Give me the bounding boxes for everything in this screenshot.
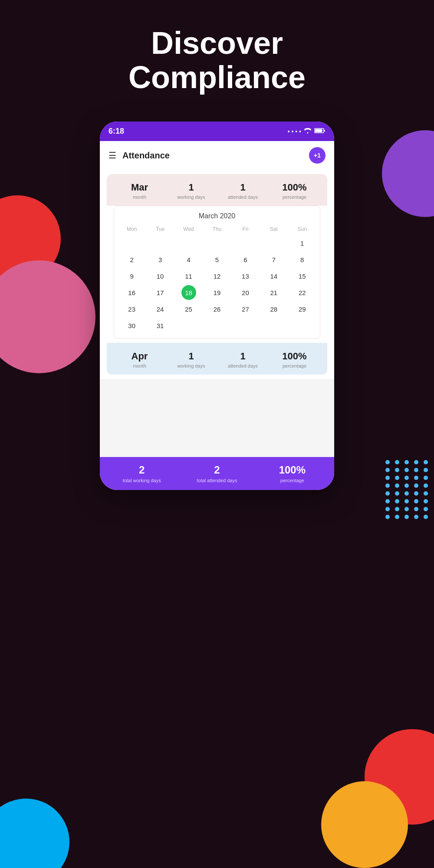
calendar-day-cell[interactable]: 22 <box>295 285 309 300</box>
calendar-day-cell[interactable]: 7 <box>266 252 281 267</box>
header-left: ☰ Attendance <box>108 150 170 161</box>
menu-icon[interactable]: ☰ <box>108 150 116 161</box>
calendar-day-cell[interactable]: 21 <box>266 285 281 300</box>
calendar-day-cell[interactable]: 6 <box>238 252 253 267</box>
calendar-day-cell[interactable]: 14 <box>266 269 281 283</box>
user-avatar-button[interactable]: +1 <box>309 147 326 164</box>
calendar-day-cell[interactable]: 20 <box>238 285 253 300</box>
calendar-day-cell <box>238 318 253 333</box>
calendar-day-cell[interactable]: 3 <box>153 252 168 267</box>
calendar-day-cell <box>181 236 196 250</box>
calendar-day-cell[interactable]: 4 <box>181 252 196 267</box>
calendar-day-cell[interactable]: 18 <box>181 285 196 300</box>
total-percentage-label: percentage <box>255 478 330 483</box>
calendar-day-cell[interactable]: 27 <box>238 302 253 316</box>
mar-month-label: month <box>114 194 165 200</box>
apr-month-col: Apr month <box>114 351 165 368</box>
calendar-day-cell[interactable]: 11 <box>181 269 196 283</box>
total-working-days-label: total working days <box>104 478 179 483</box>
calendar-day-cell <box>181 318 196 333</box>
calendar-day-cell[interactable]: 13 <box>238 269 253 283</box>
apr-percentage-col: 100% percentage <box>269 351 320 368</box>
calendar-day-header: Wed <box>174 224 203 235</box>
calendar-day-header: Sat <box>260 224 288 235</box>
mar-attended-days-value: 1 <box>217 182 269 193</box>
mar-month-value: Mar <box>114 182 165 193</box>
calendar-day-cell[interactable]: 31 <box>153 318 168 333</box>
svg-rect-1 <box>315 129 322 132</box>
apr-percentage-label: percentage <box>269 363 320 368</box>
calendar-day-header: Tue <box>146 224 174 235</box>
calendar-day-header: Sun <box>288 224 316 235</box>
bottom-summary-bar: 2 total working days 2 total attended da… <box>100 457 334 490</box>
mar-percentage-value: 100% <box>269 182 320 193</box>
calendar-day-cell[interactable]: 23 <box>125 302 139 316</box>
apr-working-days-label: working days <box>165 363 217 368</box>
apr-attended-days-label: attended days <box>217 363 269 368</box>
calendar-day-header: Fri <box>231 224 260 235</box>
mar-percentage-label: percentage <box>269 194 320 200</box>
calendar-day-cell[interactable]: 16 <box>125 285 139 300</box>
calendar-day-cell[interactable]: 26 <box>210 302 224 316</box>
bg-circle-yellow <box>321 781 408 868</box>
calendar-day-cell <box>295 318 309 333</box>
page-title: Discover Compliance <box>0 0 434 112</box>
calendar-day-header: Thu <box>203 224 231 235</box>
apr-attendance-card: Apr month 1 working days 1 attended days… <box>107 343 327 375</box>
bg-circle-red <box>0 195 61 282</box>
status-time: 6:18 <box>108 127 124 136</box>
calendar-day-cell <box>153 236 168 250</box>
apr-attended-days-col: 1 attended days <box>217 351 269 368</box>
calendar-day-cell[interactable]: 19 <box>210 285 224 300</box>
svg-rect-2 <box>324 130 326 132</box>
calendar-day-cell <box>210 318 224 333</box>
calendar-day-cell[interactable]: 24 <box>153 302 168 316</box>
calendar-day-cell <box>266 318 281 333</box>
mar-working-days-label: working days <box>165 194 217 200</box>
mar-month-col: Mar month <box>114 182 165 200</box>
calendar-day-cell[interactable]: 10 <box>153 269 168 283</box>
calendar-day-cell[interactable]: 8 <box>295 252 309 267</box>
status-bar: 6:18 • • • • <box>100 122 334 141</box>
dots-pattern <box>385 460 430 519</box>
apr-month-label: month <box>114 363 165 368</box>
calendar-day-cell[interactable]: 30 <box>125 318 139 333</box>
total-percentage-col: 100% percentage <box>255 464 330 483</box>
bg-circle-red2 <box>365 729 434 825</box>
calendar-day-cell <box>210 236 224 250</box>
total-attended-days-col: 2 total attended days <box>179 464 254 483</box>
total-percentage-value: 100% <box>255 464 330 476</box>
calendar-day-cell[interactable]: 5 <box>210 252 224 267</box>
calendar-day-cell[interactable]: 28 <box>266 302 281 316</box>
mar-working-days-col: 1 working days <box>165 182 217 200</box>
mar-attended-days-col: 1 attended days <box>217 182 269 200</box>
calendar-day-cell <box>125 236 139 250</box>
calendar-day-cell[interactable]: 15 <box>295 269 309 283</box>
calendar-day-cell[interactable]: 12 <box>210 269 224 283</box>
calendar-day-cell[interactable]: 17 <box>153 285 168 300</box>
calendar-day-cell <box>238 236 253 250</box>
calendar-day-cell[interactable]: 29 <box>295 302 309 316</box>
header-title: Attendance <box>122 151 170 161</box>
apr-working-days-col: 1 working days <box>165 351 217 368</box>
apr-working-days-value: 1 <box>165 351 217 362</box>
calendar-day-cell[interactable]: 25 <box>181 302 196 316</box>
mar-percentage-col: 100% percentage <box>269 182 320 200</box>
apr-month-value: Apr <box>114 351 165 362</box>
apr-attended-days-value: 1 <box>217 351 269 362</box>
calendar-day-cell[interactable]: 2 <box>125 252 139 267</box>
calendar-day-cell[interactable]: 9 <box>125 269 139 283</box>
mar-month-summary: Mar month 1 working days 1 attended days… <box>107 174 327 206</box>
phone-frame: 6:18 • • • • ☰ Attendance +1 <box>100 122 334 490</box>
mar-attended-days-label: attended days <box>217 194 269 200</box>
battery-icon <box>314 128 326 135</box>
bg-circle-purple-right <box>382 130 434 217</box>
calendar-day-cell[interactable]: 1 <box>295 236 309 250</box>
calendar-day-header: Mon <box>118 224 146 235</box>
mar-working-days-value: 1 <box>165 182 217 193</box>
bg-circle-blue <box>0 799 69 868</box>
total-working-days-col: 2 total working days <box>104 464 179 483</box>
empty-content-area <box>100 379 334 457</box>
calendar-title: March 2020 <box>114 206 320 224</box>
apr-month-summary: Apr month 1 working days 1 attended days… <box>107 343 327 375</box>
